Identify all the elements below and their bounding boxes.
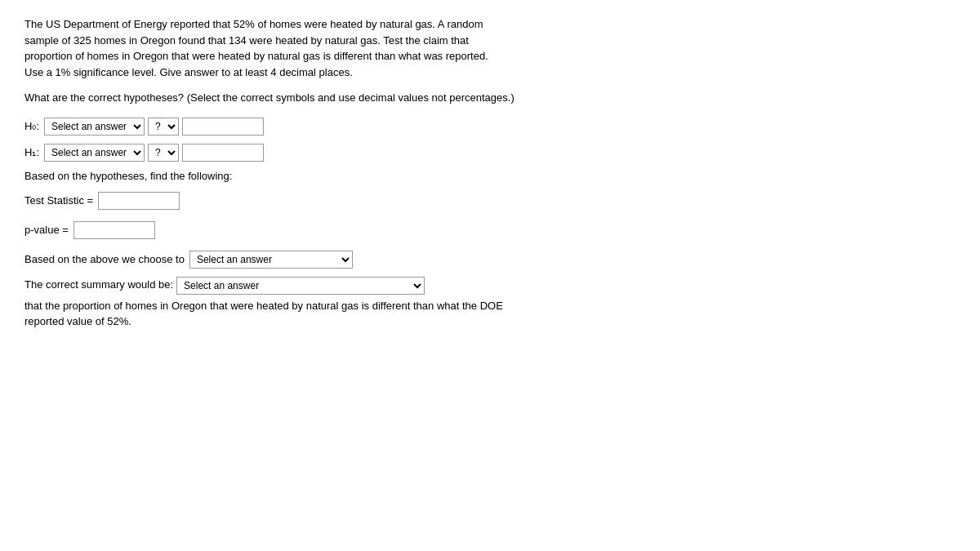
summary-suffix: that the proportion of homes in Oregon t… (24, 298, 514, 330)
h0-value-input[interactable] (182, 118, 264, 136)
p-value-input[interactable] (74, 221, 155, 239)
question-text: What are the correct hypotheses? (Select… (24, 90, 956, 106)
h1-value-input[interactable] (182, 144, 264, 162)
h0-label: H₀: (24, 120, 39, 132)
h0-select-answer[interactable]: Select an answer p p̂ μ σ (44, 118, 145, 136)
h1-label: H₁: (24, 146, 39, 158)
summary-select[interactable]: Select an answer There is sufficient evi… (176, 277, 425, 295)
p-value-row: p-value = (24, 221, 956, 239)
choose-row: Based on the above we choose to Select a… (24, 251, 956, 269)
test-statistic-label: Test Statistic = (24, 194, 93, 207)
choose-select[interactable]: Select an answer Reject the null hypothe… (189, 251, 353, 269)
h0-row: H₀: Select an answer p p̂ μ σ ? = ≠ < > … (24, 118, 956, 136)
p-value-label: p-value = (24, 224, 69, 236)
test-statistic-row: Test Statistic = (24, 192, 956, 210)
h1-select-answer[interactable]: Select an answer p p̂ μ σ (44, 144, 145, 162)
problem-text: The US Department of Energy reported tha… (24, 16, 498, 80)
h1-row: H₁: Select an answer p p̂ μ σ ? = ≠ < > … (24, 144, 956, 162)
hypotheses-section-label: Based on the hypotheses, find the follow… (24, 170, 956, 182)
test-statistic-input[interactable] (98, 192, 180, 210)
problem-container: The US Department of Energy reported tha… (24, 16, 956, 330)
summary-row: The correct summary would be: Select an … (24, 277, 514, 330)
h0-symbol-select[interactable]: ? = ≠ < > ≤ ≥ (148, 118, 179, 136)
choose-prefix: Based on the above we choose to (24, 253, 185, 265)
summary-prefix: The correct summary would be: (24, 277, 173, 293)
h1-symbol-select[interactable]: ? = ≠ < > ≤ ≥ (148, 144, 179, 162)
